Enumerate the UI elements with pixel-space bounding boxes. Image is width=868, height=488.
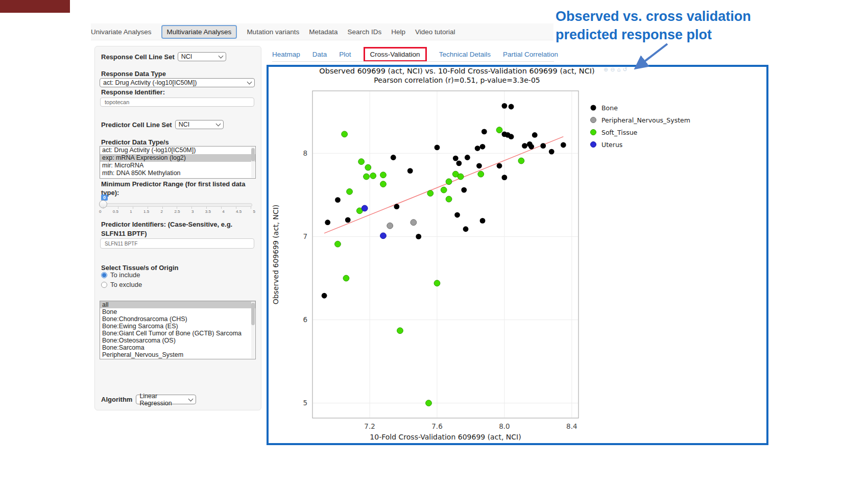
nav-mutation-variants[interactable]: Mutation variants <box>247 25 299 39</box>
list-item[interactable]: Peripheral_Nervous_System <box>100 351 255 358</box>
nav-video-tutorial[interactable]: Video tutorial <box>415 25 455 39</box>
radio-to-include[interactable]: To include <box>101 271 140 279</box>
response-identifier-input[interactable]: topotecan <box>100 97 254 107</box>
data-point-bone[interactable] <box>481 129 487 135</box>
tab-partial-correlation[interactable]: Partial Correlation <box>503 51 558 58</box>
plot-toolbar-icons[interactable]: ⊕⊖⌂↺ <box>604 66 630 73</box>
data-point-bone[interactable] <box>509 134 514 139</box>
tab-technical-details[interactable]: Technical Details <box>439 51 491 58</box>
data-point-bone[interactable] <box>549 149 554 155</box>
data-point-soft_tissue[interactable] <box>358 159 365 165</box>
data-point-bone[interactable] <box>561 142 566 148</box>
algorithm-select[interactable]: Linear Regression <box>136 395 196 404</box>
data-point-bone[interactable] <box>394 204 399 209</box>
data-point-soft_tissue[interactable] <box>446 196 452 202</box>
data-point-bone[interactable] <box>453 156 459 161</box>
data-point-bone[interactable] <box>322 293 327 299</box>
data-point-soft_tissue[interactable] <box>434 280 440 286</box>
list-item[interactable]: Bone:Sarcoma <box>100 344 255 351</box>
list-item[interactable]: act: Drug Activity (-log10[IC50M]) <box>100 147 255 154</box>
data-point-soft_tissue[interactable] <box>457 174 464 180</box>
data-point-soft_tissue[interactable] <box>335 241 341 247</box>
legend-marker-uterus[interactable] <box>591 142 596 148</box>
data-point-bone[interactable] <box>435 145 440 151</box>
data-point-bone[interactable] <box>540 143 546 149</box>
data-point-soft_tissue[interactable] <box>426 400 432 406</box>
data-point-bone[interactable] <box>528 144 534 150</box>
data-point-bone[interactable] <box>416 234 421 239</box>
nav-univariate-analyses[interactable]: Univariate Analyses <box>91 25 152 39</box>
legend-label[interactable]: Soft_Tissue <box>601 129 638 136</box>
data-point-peripheral_nervous_system[interactable] <box>411 219 417 226</box>
tissue-listbox[interactable]: all Bone Bone:Chondrosarcoma (CHS) Bone:… <box>100 301 256 359</box>
data-point-uterus[interactable] <box>361 205 368 211</box>
data-point-bone[interactable] <box>502 103 508 109</box>
data-point-bone[interactable] <box>522 143 527 149</box>
tab-heatmap[interactable]: Heatmap <box>272 51 300 58</box>
data-point-soft_tissue[interactable] <box>343 275 349 281</box>
min-predictor-range-slider[interactable] <box>103 203 252 207</box>
data-point-soft_tissue[interactable] <box>397 328 403 334</box>
tab-plot[interactable]: Plot <box>339 51 351 58</box>
data-point-bone[interactable] <box>345 217 351 223</box>
response-data-type-select[interactable]: act: Drug Activity (-log10[IC50M]) <box>100 78 255 87</box>
data-point-bone[interactable] <box>456 161 462 166</box>
nav-search-ids[interactable]: Search IDs <box>347 25 381 39</box>
list-item[interactable]: mir: MicroRNA <box>100 162 255 169</box>
data-point-bone[interactable] <box>407 168 413 174</box>
data-point-soft_tissue[interactable] <box>342 131 348 137</box>
data-point-soft_tissue[interactable] <box>380 181 387 187</box>
legend-label[interactable]: Peripheral_Nervous_System <box>601 116 690 124</box>
data-point-bone[interactable] <box>454 212 460 218</box>
data-point-bone[interactable] <box>480 144 486 150</box>
predictor-data-types-listbox[interactable]: act: Drug Activity (-log10[IC50M]) exp: … <box>100 146 256 179</box>
predictor-cell-line-set-select[interactable]: NCI <box>175 120 224 129</box>
legend-label[interactable]: Bone <box>601 104 618 112</box>
data-point-soft_tissue[interactable] <box>427 190 433 197</box>
data-point-soft_tissue[interactable] <box>380 172 387 178</box>
data-point-bone[interactable] <box>476 163 482 168</box>
list-item-selected[interactable]: exp: mRNA Expression (log2) <box>100 154 255 162</box>
list-item[interactable]: Bone:Osteosarcoma (OS) <box>100 337 255 344</box>
list-item[interactable]: mth: DNA 850K Methylation <box>100 169 255 177</box>
data-point-bone[interactable] <box>497 163 502 168</box>
data-point-soft_tissue[interactable] <box>364 174 370 180</box>
scrollbar[interactable] <box>251 147 255 178</box>
data-point-uterus[interactable] <box>380 233 387 239</box>
nav-multivariate-analyses[interactable]: Multivariate Analyses <box>161 25 237 39</box>
tab-data[interactable]: Data <box>312 51 327 58</box>
list-item[interactable]: Bone:Chondrosarcoma (CHS) <box>100 315 255 323</box>
nav-help[interactable]: Help <box>391 25 405 39</box>
data-point-bone[interactable] <box>461 187 467 193</box>
data-point-bone[interactable] <box>391 155 396 160</box>
data-point-soft_tissue[interactable] <box>518 158 524 164</box>
scrollbar[interactable] <box>251 302 255 358</box>
list-item[interactable]: Bone:Giant Cell Tumor of Bone (GCTB) Sar… <box>100 330 255 337</box>
data-point-bone[interactable] <box>325 219 330 225</box>
data-point-soft_tissue[interactable] <box>496 127 502 133</box>
radio-to-exclude[interactable]: To exclude <box>101 281 142 288</box>
data-point-bone[interactable] <box>335 197 341 203</box>
data-point-bone[interactable] <box>475 145 480 151</box>
nav-metadata[interactable]: Metadata <box>309 25 337 39</box>
data-point-bone[interactable] <box>465 155 470 160</box>
legend-marker-peripheral_nervous_system[interactable] <box>591 117 596 123</box>
response-cell-line-set-select[interactable]: NCI <box>178 52 226 61</box>
data-point-bone[interactable] <box>532 132 538 138</box>
data-point-bone[interactable] <box>509 104 514 110</box>
list-item-selected[interactable]: all <box>100 301 255 308</box>
legend-label[interactable]: Uterus <box>601 141 622 149</box>
list-item[interactable]: Bone <box>100 308 255 315</box>
data-point-soft_tissue[interactable] <box>365 164 371 170</box>
data-point-soft_tissue[interactable] <box>441 187 447 193</box>
data-point-soft_tissue[interactable] <box>347 188 353 194</box>
list-item[interactable]: Bone:Ewing Sarcoma (ES) <box>100 323 255 330</box>
data-point-soft_tissue[interactable] <box>446 179 452 185</box>
predictor-identifiers-input[interactable]: SLFN11 BPTF <box>100 238 254 249</box>
data-point-soft_tissue[interactable] <box>478 171 484 177</box>
legend-marker-soft_tissue[interactable] <box>591 130 596 135</box>
tab-cross-validation[interactable]: Cross-Validation <box>364 47 427 62</box>
data-point-peripheral_nervous_system[interactable] <box>387 223 393 229</box>
data-point-bone[interactable] <box>502 175 508 180</box>
data-point-bone[interactable] <box>480 218 486 224</box>
